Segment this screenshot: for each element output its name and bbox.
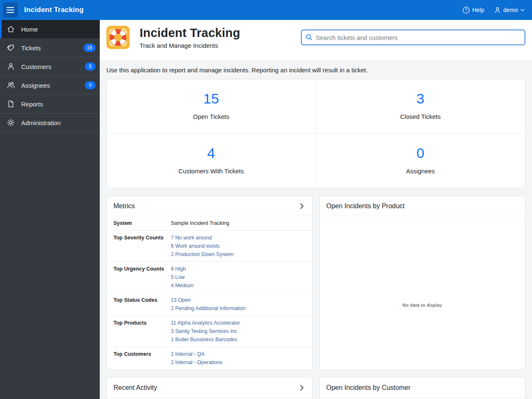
metric-value-link[interactable]: 6 High [171,265,194,273]
help-icon: ? [463,7,470,14]
sidebar-item-tickets[interactable]: Tickets 15 [0,39,100,57]
stat-value-link[interactable]: 15 [111,91,311,107]
metric-value-link[interactable]: 13 Open [171,296,246,304]
metric-value-link[interactable]: 11 Alpha Analytics Accelerator [171,319,240,327]
metric-value-link[interactable]: 6 Work around exists [171,242,234,250]
recent-activity-card: Recent Activity Identifies most recently… [106,377,313,399]
metric-label: Top Severity Counts [113,234,171,259]
metric-label: Top Status Codes [113,296,171,313]
metric-value-link[interactable]: 2 Internal - Operations [171,358,222,367]
stat-value-link[interactable]: 0 [320,145,521,161]
chevron-right-icon[interactable] [298,383,305,392]
app-header: Incident Tracking Track and Manage Incid… [100,20,532,60]
svg-text:?: ? [465,8,468,12]
sidebar-item-label: Administration [21,119,61,126]
page-subtitle: Track and Manage Incidents [140,42,240,49]
product-chart-header: Open Incidents by Product [320,196,525,216]
stat-value-link[interactable]: 3 [320,91,521,107]
metric-value-link[interactable]: 1 Internal - QA [171,350,222,358]
page-title: Incident Tracking [140,26,240,40]
empty-state-text: No data to display [320,303,525,308]
tag-icon [7,44,16,52]
home-icon [7,25,16,33]
recent-activity-header: Recent Activity [107,378,312,398]
metric-row-status-codes: Top Status Codes 13 Open 2 Pending Addit… [107,293,312,316]
sidebar-item-label: Reports [21,101,43,108]
metric-value-link[interactable]: 1 Butler Bussiness Barcodes [171,335,240,344]
main-content: Incident Tracking Track and Manage Incid… [100,20,532,399]
open-incidents-by-customer-card: Open Incidents by Customer [319,377,525,399]
chevron-down-icon [520,9,525,12]
hamburger-icon [7,7,14,13]
menu-button[interactable] [3,2,18,17]
count-badge: 0 [85,81,96,89]
metric-row-severity: Top Severity Counts 7 No work around 6 W… [107,231,312,262]
app-titles: Incident Tracking Track and Manage Incid… [140,26,240,49]
user-icon [494,7,501,14]
top-bar-actions: ? Help demo [463,7,525,14]
sidebar-item-home[interactable]: Home [0,20,100,39]
stats-summary-card: 15 Open Tickets 3 Closed Tickets 4 Custo… [106,79,525,188]
count-badge: 5 [85,62,96,71]
product-chart-body: No data to display [320,216,525,362]
metric-row-products: Top Products 11 Alpha Analytics Accelera… [107,316,312,347]
stat-label: Assignees [320,167,521,175]
sidebar-item-assignees[interactable]: Assignees 0 [0,76,100,95]
metric-value-link[interactable]: 2 Production Down System [171,250,234,259]
stat-closed-tickets: 3 Closed Tickets [316,79,525,134]
metric-value-link[interactable]: 3 Sanity Testing Services Inc [171,327,240,335]
sidebar-item-administration[interactable]: Administration [0,113,100,132]
content-area: Use this application to report and manag… [100,60,532,399]
metric-label: Top Customers [113,350,171,367]
help-button[interactable]: ? Help [463,7,484,14]
card-title: Open Incidents by Customer [326,384,411,392]
metric-value: Sample Incident Tracking [171,219,229,227]
sidebar-item-label: Home [21,26,38,33]
help-label: Help [472,7,484,13]
metric-row-customers: Top Customers 1 Internal - QA 2 Internal… [107,347,312,369]
stat-label: Open Tickets [111,113,311,120]
metrics-card-header: Metrics [107,196,312,216]
card-title: Open Incidents by Product [326,202,405,210]
gear-icon [7,118,16,127]
people-icon [7,81,16,89]
app-bar-title: Incident Tracking [24,6,84,14]
sidebar-item-customers[interactable]: Customers 5 [0,57,100,76]
document-icon [7,100,16,108]
metric-value-link[interactable]: 4 Medium [171,281,194,290]
stat-assignees: 0 Assignees [316,134,525,188]
top-app-bar: Incident Tracking ? Help demo [0,0,532,20]
intro-text: Use this application to report and manag… [106,66,525,74]
sidebar-item-label: Tickets [21,44,41,52]
metric-label: Top Urgency Counts [113,265,171,290]
chevron-right-icon[interactable] [298,202,305,211]
stat-open-tickets: 15 Open Tickets [107,79,316,134]
count-badge: 15 [84,44,96,52]
sidebar-item-label: Customers [21,63,52,70]
card-title: Recent Activity [113,384,157,392]
sidebar: Home Tickets 15 Customers 5 [0,20,100,399]
customer-chart-header: Open Incidents by Customer [320,378,525,398]
metric-value-link[interactable]: 2 Pending Additional Information [171,304,246,313]
metric-row-system: System Sample Incident Tracking [107,216,312,231]
metric-value-link[interactable]: 7 No work around [171,234,234,242]
stat-label: Closed Tickets [320,113,521,120]
stat-value-link[interactable]: 4 [111,145,311,161]
person-icon [7,62,16,71]
user-menu[interactable]: demo [494,7,525,14]
card-title: Metrics [113,202,135,210]
open-incidents-by-product-card: Open Incidents by Product No data to dis… [319,196,525,370]
metric-label: System [113,219,171,227]
search-input[interactable] [301,30,525,45]
user-name: demo [503,7,518,13]
metrics-card: Metrics System Sample Incident Tracking … [106,196,313,370]
sidebar-item-label: Assignees [21,82,50,89]
sidebar-item-reports[interactable]: Reports [0,95,100,113]
stat-customers-with-tickets: 4 Customers With Tickets [107,134,316,188]
stat-label: Customers With Tickets [111,167,311,175]
lifebuoy-app-icon [106,26,130,49]
search-box [301,30,525,45]
metric-value-link[interactable]: 5 Low [171,273,194,281]
metric-label: Top Products [113,319,171,344]
metric-row-urgency: Top Urgency Counts 6 High 5 Low 4 Medium [107,262,312,293]
